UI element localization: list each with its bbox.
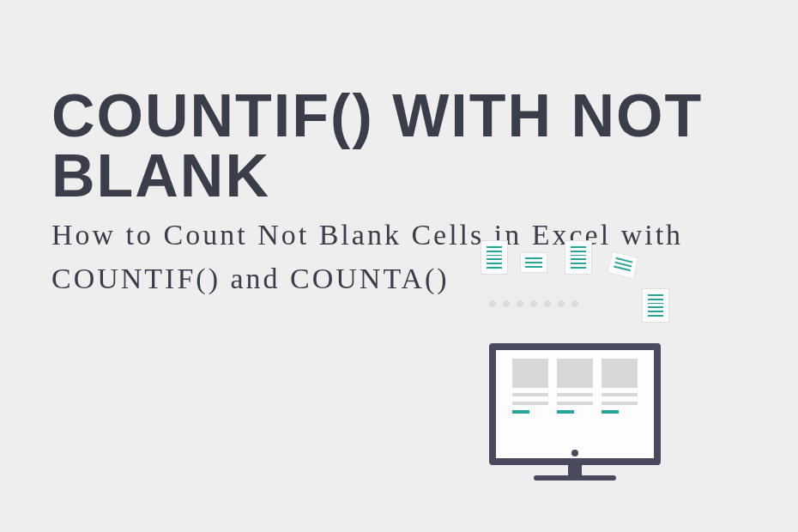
- document-icon: [565, 240, 592, 275]
- dots-decoration: [489, 300, 578, 307]
- monitor-button-icon: [571, 450, 578, 456]
- document-icon: [520, 252, 547, 273]
- monitor-base-icon: [534, 475, 616, 481]
- document-icon: [481, 240, 508, 275]
- monitor-stand-icon: [568, 465, 582, 475]
- document-icon: [607, 251, 638, 280]
- page-title: COUNTIF() WITH NOT BLANK: [51, 86, 747, 206]
- monitor-icon: [489, 343, 661, 465]
- computer-illustration: [429, 240, 721, 481]
- document-icon: [642, 288, 669, 323]
